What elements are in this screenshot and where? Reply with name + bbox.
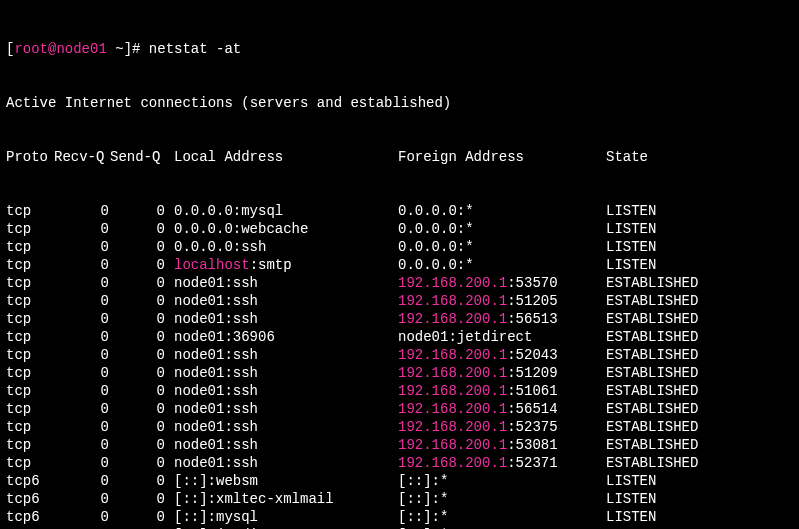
output-title: Active Internet connections (servers and… [6,94,797,112]
cell-proto: tcp [6,310,54,328]
text-segment: 192.168.200.1 [398,437,507,453]
table-row: tcp00node01:ssh192.168.200.1:53570ESTABL… [6,274,797,292]
table-row: tcp000.0.0.0:ssh0.0.0.0:*LISTEN [6,238,797,256]
text-segment: 0.0.0.0:* [398,221,474,237]
cell-recvq: 0 [54,274,110,292]
cell-state: ESTABLISHED [606,400,726,418]
table-body: tcp000.0.0.0:mysql0.0.0.0:*LISTENtcp000.… [6,202,797,529]
text-segment: 192.168.200.1 [398,365,507,381]
text-segment: 192.168.200.1 [398,419,507,435]
text-segment: 0.0.0.0:* [398,257,474,273]
cell-state: ESTABLISHED [606,364,726,382]
table-row: tcp00node01:ssh192.168.200.1:51061ESTABL… [6,382,797,400]
cell-proto: tcp [6,346,54,364]
prompt-suffix: ]# [124,41,149,57]
cell-sendq: 0 [110,508,166,526]
cell-recvq: 0 [54,490,110,508]
cell-foreign-address: node01:jetdirect [398,328,598,346]
cell-foreign-address: [::]:* [398,490,598,508]
table-row: tcp000.0.0.0:mysql0.0.0.0:*LISTEN [6,202,797,220]
text-segment: 0.0.0.0:ssh [174,239,266,255]
cell-local-address: 0.0.0.0:ssh [174,238,374,256]
cell-foreign-address: 192.168.200.1:52371 [398,454,598,472]
cell-proto: tcp [6,382,54,400]
cell-foreign-address: 0.0.0.0:* [398,238,598,256]
cell-sendq: 0 [110,274,166,292]
hdr-proto: Proto [6,148,54,166]
cell-state: ESTABLISHED [606,274,726,292]
cell-proto: tcp [6,400,54,418]
table-row: tcp00node01:ssh192.168.200.1:51209ESTABL… [6,364,797,382]
table-row: tcp00localhost:smtp0.0.0.0:*LISTEN [6,256,797,274]
cell-proto: tcp [6,364,54,382]
cell-foreign-address: 192.168.200.1:53081 [398,436,598,454]
cell-state: ESTABLISHED [606,436,726,454]
text-segment: 192.168.200.1 [398,347,507,363]
cell-recvq: 0 [54,310,110,328]
cell-state: LISTEN [606,238,726,256]
cell-local-address: node01:ssh [174,418,374,436]
cell-foreign-address: 192.168.200.1:53570 [398,274,598,292]
table-row: tcp00node01:ssh192.168.200.1:51205ESTABL… [6,292,797,310]
cell-local-address: 0.0.0.0:mysql [174,202,374,220]
cell-local-address: 0.0.0.0:webcache [174,220,374,238]
table-row: tcp00node01:ssh192.168.200.1:52375ESTABL… [6,418,797,436]
table-row: tcp600[::]:websm[::]:*LISTEN [6,472,797,490]
cell-recvq: 0 [54,508,110,526]
text-segment: 0.0.0.0:* [398,203,474,219]
cell-proto: tcp [6,274,54,292]
cell-foreign-address: [::]:* [398,472,598,490]
text-segment: [::]:* [398,491,448,507]
text-segment: node01:ssh [174,401,258,417]
text-segment: 0.0.0.0:* [398,239,474,255]
text-segment: 192.168.200.1 [398,383,507,399]
text-segment: node01:ssh [174,437,258,453]
text-segment: :56514 [507,401,557,417]
text-segment: 0.0.0.0:webcache [174,221,308,237]
text-segment: :52371 [507,455,557,471]
cell-sendq: 0 [110,256,166,274]
text-segment: 192.168.200.1 [398,311,507,327]
table-row: tcp00node01:ssh192.168.200.1:53081ESTABL… [6,436,797,454]
hdr-foreign: Foreign Address [398,148,598,166]
cell-sendq: 0 [110,202,166,220]
cell-proto: tcp [6,220,54,238]
cell-recvq: 0 [54,328,110,346]
text-segment: node01:ssh [174,293,258,309]
text-segment: :51061 [507,383,557,399]
prompt-line: [root@node01 ~]# netstat -at [6,40,797,58]
text-segment: 192.168.200.1 [398,293,507,309]
text-segment: :51209 [507,365,557,381]
table-row: tcp600[::]:mysql[::]:*LISTEN [6,508,797,526]
text-segment: node01:ssh [174,455,258,471]
cell-foreign-address: 0.0.0.0:* [398,220,598,238]
prompt-user-host: root@node01 [14,41,106,57]
terminal[interactable]: [root@node01 ~]# netstat -at Active Inte… [0,0,799,529]
hdr-local: Local Address [174,148,374,166]
text-segment: :52375 [507,419,557,435]
cell-local-address: node01:ssh [174,364,374,382]
text-segment: 0.0.0.0:mysql [174,203,283,219]
cell-proto: tcp6 [6,490,54,508]
cell-local-address: node01:ssh [174,436,374,454]
cell-foreign-address: 0.0.0.0:* [398,256,598,274]
text-segment: node01:ssh [174,311,258,327]
text-segment: node01:36906 [174,329,275,345]
cell-recvq: 0 [54,256,110,274]
cell-state: LISTEN [606,508,726,526]
cell-sendq: 0 [110,418,166,436]
cell-state: ESTABLISHED [606,346,726,364]
cell-state: LISTEN [606,256,726,274]
hdr-sendq: Send-Q [110,148,166,166]
text-segment: [::]:mysql [174,509,258,525]
cell-sendq: 0 [110,310,166,328]
cell-state: LISTEN [606,490,726,508]
cell-recvq: 0 [54,220,110,238]
text-segment: 192.168.200.1 [398,401,507,417]
cell-sendq: 0 [110,382,166,400]
cell-proto: tcp [6,292,54,310]
cell-foreign-address: 0.0.0.0:* [398,202,598,220]
cell-local-address: node01:ssh [174,454,374,472]
cell-sendq: 0 [110,292,166,310]
cell-sendq: 0 [110,472,166,490]
